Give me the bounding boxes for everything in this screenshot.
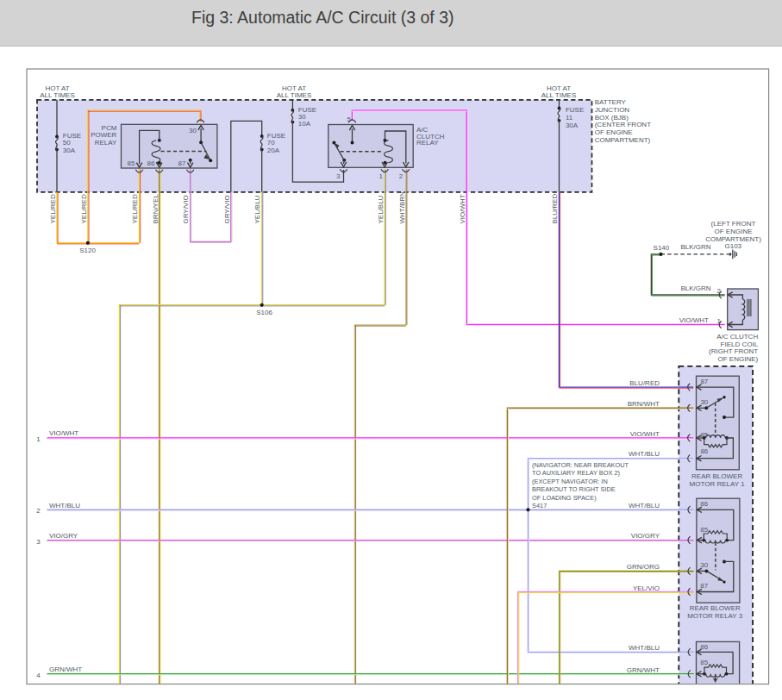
svg-text:YEL/BLU: YEL/BLU <box>377 195 385 223</box>
svg-text:BOX (BJB): BOX (BJB) <box>595 114 629 122</box>
svg-text:87: 87 <box>178 159 186 167</box>
svg-text:OF LOADING SPACE): OF LOADING SPACE) <box>532 494 597 502</box>
svg-text:OF ENGINE: OF ENGINE <box>595 128 633 136</box>
svg-text:BREAKOUT TO RIGHT SIDE: BREAKOUT TO RIGHT SIDE <box>532 485 616 493</box>
svg-text:S417: S417 <box>532 502 547 509</box>
svg-text:OF ENGINE): OF ENGINE) <box>718 355 759 363</box>
svg-text:30A: 30A <box>63 147 76 154</box>
svg-text:ALL TIMES: ALL TIMES <box>40 91 74 99</box>
svg-text:85: 85 <box>700 431 708 439</box>
svg-text:VIO/WHT: VIO/WHT <box>630 430 660 438</box>
svg-text:86: 86 <box>700 447 708 455</box>
svg-text:86: 86 <box>147 159 155 167</box>
svg-text:COMPARTMENT): COMPARTMENT) <box>705 235 761 243</box>
svg-text:11: 11 <box>566 114 573 122</box>
svg-text:S120: S120 <box>79 247 96 254</box>
svg-text:JUNCTION: JUNCTION <box>595 106 630 114</box>
svg-text:S140: S140 <box>654 244 670 252</box>
svg-text:WHT/BLU: WHT/BLU <box>629 450 660 458</box>
svg-text:1: 1 <box>717 317 722 325</box>
svg-text:G103: G103 <box>725 242 742 250</box>
svg-text:ALL TIMES: ALL TIMES <box>541 91 576 99</box>
svg-text:85: 85 <box>700 526 708 534</box>
svg-text:GRN/ORG: GRN/ORG <box>627 563 660 571</box>
svg-text:1: 1 <box>36 435 41 443</box>
svg-text:REAR BLOWER: REAR BLOWER <box>690 604 741 612</box>
svg-text:GRN/WHT: GRN/WHT <box>49 666 82 673</box>
svg-text:2: 2 <box>399 172 404 180</box>
svg-text:WHT/BLU: WHT/BLU <box>629 502 660 509</box>
svg-text:ALL TIMES: ALL TIMES <box>277 91 311 99</box>
svg-text:30A: 30A <box>566 122 579 129</box>
svg-text:85: 85 <box>700 659 708 666</box>
svg-text:VIO/WHT: VIO/WHT <box>459 194 466 223</box>
svg-text:MOTOR RELAY 1: MOTOR RELAY 1 <box>690 480 746 488</box>
svg-text:(NAVIGATOR: NEAR BREAKOUT: (NAVIGATOR: NEAR BREAKOUT <box>532 461 629 469</box>
svg-text:(EXCEPT NAVIGATOR: IN: (EXCEPT NAVIGATOR: IN <box>532 478 608 485</box>
svg-text:RELAY: RELAY <box>95 139 117 147</box>
svg-text:20A: 20A <box>267 147 280 154</box>
svg-text:VIO/GRY: VIO/GRY <box>631 532 660 540</box>
svg-text:GRY/VIO: GRY/VIO <box>182 195 190 223</box>
svg-text:10A: 10A <box>298 120 311 128</box>
svg-text:GRN/WHT: GRN/WHT <box>627 666 660 674</box>
svg-text:BRN/YEL: BRN/YEL <box>152 194 160 224</box>
svg-text:YEL/BLU: YEL/BLU <box>253 195 261 223</box>
svg-text:5: 5 <box>347 116 352 123</box>
svg-text:2: 2 <box>717 287 722 295</box>
svg-text:BATTERY: BATTERY <box>595 98 627 106</box>
svg-text:COMPARTMENT): COMPARTMENT) <box>595 136 651 144</box>
svg-text:BLU/RED: BLU/RED <box>551 194 559 224</box>
svg-text:MOTOR RELAY 3: MOTOR RELAY 3 <box>687 612 743 620</box>
svg-text:1: 1 <box>379 172 384 180</box>
svg-text:FUSE: FUSE <box>267 132 285 140</box>
svg-text:(CENTER FRONT: (CENTER FRONT <box>595 121 651 128</box>
svg-text:87: 87 <box>700 582 708 590</box>
svg-text:WHT/BLU: WHT/BLU <box>49 502 80 509</box>
svg-text:3: 3 <box>336 172 341 180</box>
svg-text:2: 2 <box>36 507 41 515</box>
svg-text:WHT/BRN: WHT/BRN <box>398 191 406 224</box>
svg-text:Fig 3: Automatic A/C Circuit (: Fig 3: Automatic A/C Circuit (3 of 3) <box>191 8 454 27</box>
svg-text:4: 4 <box>36 672 41 679</box>
svg-text:RELAY: RELAY <box>416 139 439 147</box>
svg-text:TO AUXILIARY RELAY BOX 2): TO AUXILIARY RELAY BOX 2) <box>532 469 620 477</box>
svg-text:87: 87 <box>700 378 708 385</box>
svg-text:BLU/RED: BLU/RED <box>629 379 660 387</box>
svg-text:GRY/VIO: GRY/VIO <box>223 195 231 223</box>
svg-text:BLK/GRN: BLK/GRN <box>680 284 710 292</box>
svg-text:30: 30 <box>700 561 708 569</box>
svg-text:WHT/BLU: WHT/BLU <box>629 644 660 652</box>
svg-text:VIO/WHT: VIO/WHT <box>49 429 78 437</box>
svg-text:30: 30 <box>700 398 708 406</box>
svg-text:86: 86 <box>700 500 708 508</box>
svg-text:REAR BLOWER: REAR BLOWER <box>691 472 742 480</box>
svg-text:86: 86 <box>700 643 708 651</box>
svg-text:S106: S106 <box>256 309 272 316</box>
svg-text:3: 3 <box>36 538 41 546</box>
svg-text:BRN/WHT: BRN/WHT <box>628 400 660 408</box>
svg-text:FUSE: FUSE <box>566 106 584 114</box>
svg-text:BLK/GRN: BLK/GRN <box>680 243 710 251</box>
svg-text:VIO/WHT: VIO/WHT <box>679 316 709 324</box>
svg-text:YEL/RED: YEL/RED <box>49 194 57 223</box>
svg-text:YEL/RED: YEL/RED <box>131 194 139 223</box>
svg-text:YEL/VIO: YEL/VIO <box>633 584 660 592</box>
svg-text:85: 85 <box>128 159 135 167</box>
svg-text:YEL/RED: YEL/RED <box>80 194 88 223</box>
svg-text:70: 70 <box>267 139 275 147</box>
svg-text:VIO/GRY: VIO/GRY <box>49 532 78 540</box>
svg-text:30: 30 <box>189 127 197 134</box>
